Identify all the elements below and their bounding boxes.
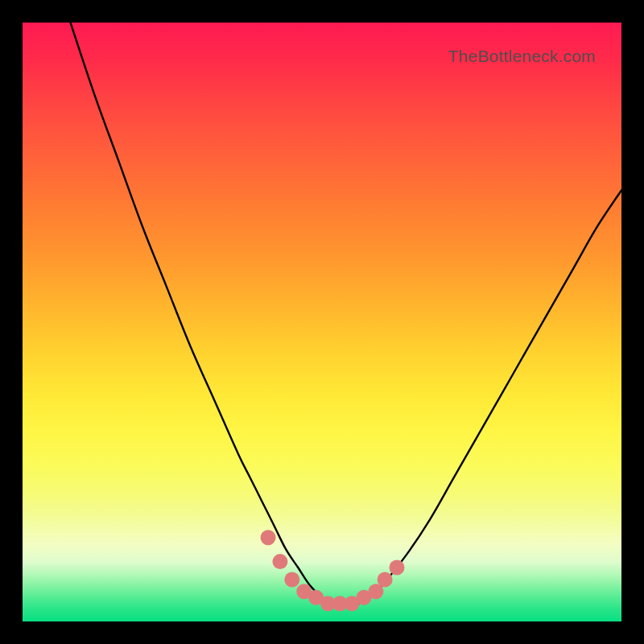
chart-frame: TheBottleneck.com	[0, 0, 644, 644]
highlight-marker	[261, 530, 276, 545]
highlight-marker	[284, 572, 299, 587]
highlight-marker	[272, 554, 287, 569]
plot-area: TheBottleneck.com	[23, 23, 621, 621]
highlight-marker	[378, 572, 393, 587]
curve-line	[71, 23, 621, 604]
chart-svg	[23, 23, 621, 621]
watermark-text: TheBottleneck.com	[448, 47, 596, 66]
highlight-marker	[390, 560, 405, 576]
